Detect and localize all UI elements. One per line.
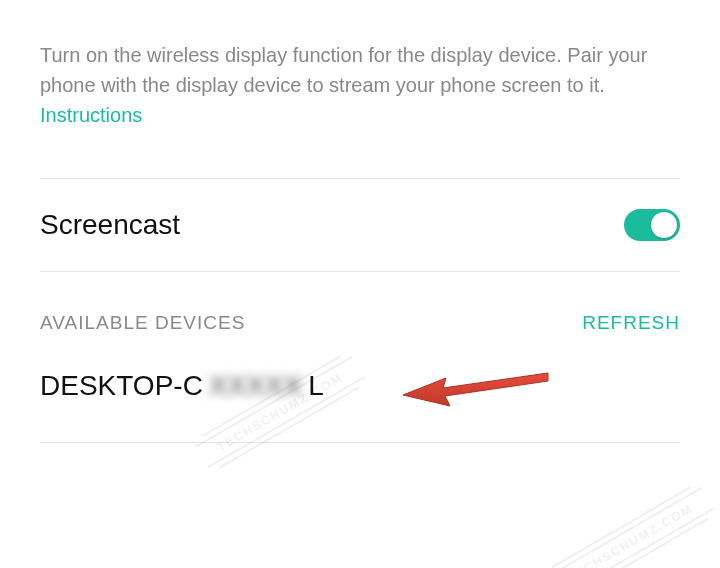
refresh-button[interactable]: REFRESH	[582, 312, 680, 334]
device-name-suffix: L	[308, 370, 324, 402]
description-text: Turn on the wireless display function fo…	[40, 44, 647, 96]
screencast-title: Screencast	[40, 209, 180, 241]
device-name-prefix: DESKTOP-C	[40, 370, 203, 402]
wireless-display-description: Turn on the wireless display function fo…	[40, 40, 680, 130]
device-item[interactable]: DESKTOP-CXXXXXL	[40, 352, 680, 442]
available-devices-label: AVAILABLE DEVICES	[40, 312, 245, 334]
screencast-toggle[interactable]	[624, 209, 680, 241]
watermark: TECHSCHUMZ.COM	[541, 478, 720, 568]
toggle-knob	[651, 212, 677, 238]
screencast-row: Screencast TECHSCHUMZ.COM	[40, 179, 680, 271]
arrow-annotation-icon	[398, 358, 558, 418]
device-name-obscured: XXXXX	[209, 370, 302, 402]
divider	[40, 442, 680, 443]
instructions-link[interactable]: Instructions	[40, 104, 142, 126]
available-devices-header: AVAILABLE DEVICES REFRESH	[40, 272, 680, 352]
device-name: DESKTOP-CXXXXXL	[40, 370, 324, 402]
